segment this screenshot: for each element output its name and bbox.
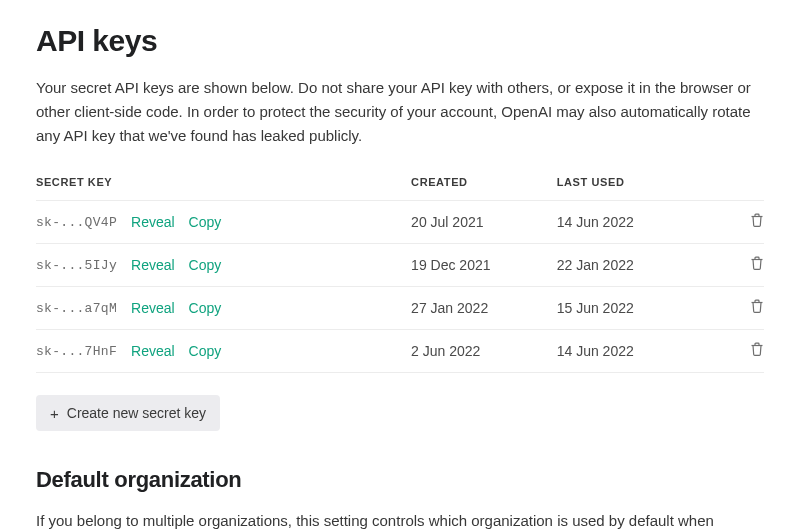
default-org-title: Default organization: [36, 467, 764, 493]
plus-icon: +: [50, 406, 59, 421]
copy-link[interactable]: Copy: [189, 257, 222, 273]
page-description: Your secret API keys are shown below. Do…: [36, 76, 764, 148]
reveal-link[interactable]: Reveal: [131, 214, 175, 230]
column-header-secret-key: SECRET KEY: [36, 176, 411, 201]
delete-button[interactable]: [750, 299, 764, 314]
table-row: sk-...a7qM Reveal Copy 27 Jan 2022 15 Ju…: [36, 287, 764, 330]
trash-icon: [750, 299, 764, 314]
api-keys-table: SECRET KEY CREATED LAST USED sk-...QV4P …: [36, 176, 764, 373]
reveal-link[interactable]: Reveal: [131, 300, 175, 316]
key-mask: sk-...7HnF: [36, 344, 117, 359]
reveal-link[interactable]: Reveal: [131, 257, 175, 273]
copy-link[interactable]: Copy: [189, 214, 222, 230]
last-used-cell: 22 Jan 2022: [557, 244, 730, 287]
created-cell: 20 Jul 2021: [411, 201, 557, 244]
last-used-cell: 14 Jun 2022: [557, 201, 730, 244]
default-org-description: If you belong to multiple organizations,…: [36, 509, 764, 530]
copy-link[interactable]: Copy: [189, 343, 222, 359]
column-header-last-used: LAST USED: [557, 176, 730, 201]
table-row: sk-...QV4P Reveal Copy 20 Jul 2021 14 Ju…: [36, 201, 764, 244]
trash-icon: [750, 342, 764, 357]
delete-button[interactable]: [750, 256, 764, 271]
delete-button[interactable]: [750, 213, 764, 228]
key-mask: sk-...a7qM: [36, 301, 117, 316]
key-mask: sk-...QV4P: [36, 215, 117, 230]
last-used-cell: 14 Jun 2022: [557, 330, 730, 373]
created-cell: 19 Dec 2021: [411, 244, 557, 287]
reveal-link[interactable]: Reveal: [131, 343, 175, 359]
last-used-cell: 15 Jun 2022: [557, 287, 730, 330]
table-row: sk-...5IJy Reveal Copy 19 Dec 2021 22 Ja…: [36, 244, 764, 287]
table-row: sk-...7HnF Reveal Copy 2 Jun 2022 14 Jun…: [36, 330, 764, 373]
trash-icon: [750, 213, 764, 228]
page-title: API keys: [36, 24, 764, 58]
column-header-created: CREATED: [411, 176, 557, 201]
delete-button[interactable]: [750, 342, 764, 357]
created-cell: 2 Jun 2022: [411, 330, 557, 373]
create-new-secret-key-button[interactable]: + Create new secret key: [36, 395, 220, 431]
copy-link[interactable]: Copy: [189, 300, 222, 316]
create-button-label: Create new secret key: [67, 405, 206, 421]
key-mask: sk-...5IJy: [36, 258, 117, 273]
trash-icon: [750, 256, 764, 271]
created-cell: 27 Jan 2022: [411, 287, 557, 330]
